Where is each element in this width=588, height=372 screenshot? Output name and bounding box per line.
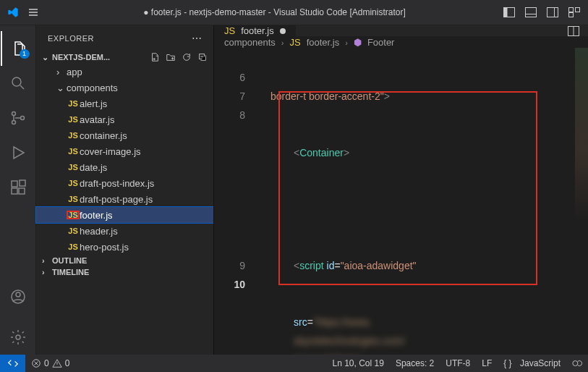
folder-app[interactable]: ›app bbox=[36, 64, 213, 80]
svg-rect-8 bbox=[569, 13, 574, 17]
file-draft-post-index[interactable]: JSdraft-post-index.js bbox=[36, 175, 213, 191]
chevron-right-icon: › bbox=[42, 268, 52, 276]
outline-section-header[interactable]: ›OUTLINE bbox=[36, 255, 213, 266]
layout-left-icon[interactable] bbox=[503, 6, 516, 19]
explorer-activity-icon[interactable]: 1 bbox=[1, 31, 35, 66]
js-file-icon: JS bbox=[67, 99, 80, 108]
svg-point-19 bbox=[16, 292, 20, 297]
layout-bottom-icon[interactable] bbox=[524, 6, 537, 19]
folder-components[interactable]: ⌄components bbox=[36, 80, 213, 96]
modified-dot-icon bbox=[280, 28, 286, 34]
svg-rect-16 bbox=[19, 188, 25, 194]
js-file-icon: JS bbox=[67, 115, 80, 124]
feedback-icon[interactable] bbox=[566, 358, 588, 368]
file-alert[interactable]: JSalert.js bbox=[36, 96, 213, 111]
svg-rect-14 bbox=[12, 181, 17, 187]
svg-rect-17 bbox=[20, 180, 25, 186]
js-file-icon: JS bbox=[67, 227, 80, 235]
titlebar: ● footer.js - nextjs-demo-master - Visua… bbox=[0, 0, 588, 25]
language-status[interactable]: { } JavaScript bbox=[498, 358, 566, 368]
sidebar-header: EXPLORER ⋯ bbox=[36, 25, 213, 51]
svg-rect-5 bbox=[555, 8, 558, 17]
code-editor[interactable]: 6 7 8 9 10 border-t border-accent-2"> <C… bbox=[214, 48, 588, 355]
settings-activity-icon[interactable] bbox=[1, 320, 35, 355]
file-tree: ›app ⌄components JSalert.js JSavatar.js … bbox=[36, 64, 213, 255]
encoding-status[interactable]: UTF-8 bbox=[440, 358, 476, 368]
js-file-icon: JS bbox=[67, 242, 80, 251]
menu-icon[interactable] bbox=[27, 7, 39, 18]
workspace-section-header[interactable]: ⌄ NEXTJS-DEM... bbox=[36, 51, 213, 64]
js-file-icon: JS bbox=[67, 211, 80, 219]
split-editor-icon[interactable] bbox=[559, 25, 588, 36]
svg-rect-15 bbox=[12, 188, 17, 194]
tab-label: footer.js bbox=[241, 25, 274, 36]
js-file-icon: JS bbox=[290, 37, 301, 48]
line-gutter: 6 7 8 9 10 bbox=[214, 48, 256, 355]
chevron-right-icon: › bbox=[56, 67, 67, 77]
search-activity-icon[interactable] bbox=[1, 66, 35, 101]
svg-point-12 bbox=[12, 121, 15, 124]
layout-controls bbox=[503, 6, 581, 19]
file-header[interactable]: JSheader.js bbox=[36, 223, 213, 239]
collapse-all-icon[interactable] bbox=[197, 52, 208, 62]
svg-rect-6 bbox=[569, 8, 574, 12]
new-file-icon[interactable] bbox=[150, 52, 160, 62]
js-file-icon: JS bbox=[67, 131, 80, 140]
svg-rect-3 bbox=[526, 14, 537, 17]
js-file-icon: JS bbox=[224, 25, 235, 36]
file-date[interactable]: JSdate.js bbox=[36, 159, 213, 175]
tab-footer-js[interactable]: JS footer.js bbox=[214, 25, 296, 36]
new-folder-icon[interactable] bbox=[166, 52, 176, 62]
chevron-right-icon: › bbox=[42, 256, 52, 265]
indentation-status[interactable]: Spaces: 2 bbox=[390, 358, 440, 368]
svg-line-10 bbox=[20, 85, 24, 89]
svg-rect-4 bbox=[547, 8, 558, 17]
explorer-badge: 1 bbox=[20, 49, 30, 59]
source-control-activity-icon[interactable] bbox=[1, 101, 35, 135]
workspace-name: NEXTJS-DEM... bbox=[52, 53, 110, 62]
file-container[interactable]: JScontainer.js bbox=[36, 127, 213, 143]
minimap[interactable] bbox=[575, 48, 588, 221]
file-hero-post[interactable]: JShero-post.js bbox=[36, 239, 213, 255]
svg-point-26 bbox=[573, 361, 578, 366]
chevron-right-icon: › bbox=[281, 38, 284, 47]
remote-indicator[interactable] bbox=[0, 355, 25, 372]
breadcrumbs[interactable]: components › JS footer.js › ⬢ Footer bbox=[214, 37, 588, 48]
svg-rect-7 bbox=[576, 8, 580, 12]
code-content[interactable]: border-t border-accent-2"> <Container> <… bbox=[256, 48, 588, 355]
file-draft-post-page[interactable]: JSdraft-post-page.js bbox=[36, 191, 213, 207]
problems-status[interactable]: 0 0 bbox=[25, 358, 75, 368]
svg-point-11 bbox=[12, 112, 15, 116]
js-file-icon: JS bbox=[67, 163, 80, 172]
symbol-icon: ⬢ bbox=[354, 37, 362, 48]
breadcrumb-file[interactable]: footer.js bbox=[307, 37, 340, 48]
editor-tabs: JS footer.js bbox=[214, 25, 588, 37]
vscode-logo-icon bbox=[7, 7, 19, 18]
layout-right-icon[interactable] bbox=[546, 6, 559, 19]
file-avatar[interactable]: JSavatar.js bbox=[36, 111, 213, 127]
more-actions-icon[interactable]: ⋯ bbox=[192, 33, 203, 44]
sidebar: EXPLORER ⋯ ⌄ NEXTJS-DEM... ›app ⌄compone… bbox=[36, 25, 213, 355]
svg-rect-1 bbox=[504, 8, 508, 17]
refresh-icon[interactable] bbox=[182, 52, 192, 62]
breadcrumb-symbol[interactable]: Footer bbox=[367, 37, 395, 48]
file-cover-image[interactable]: JScover-image.js bbox=[36, 143, 213, 159]
svg-point-13 bbox=[20, 117, 24, 120]
status-bar: 0 0 Ln 10, Col 19 Spaces: 2 UTF-8 LF { }… bbox=[0, 355, 588, 372]
eol-status[interactable]: LF bbox=[476, 358, 498, 368]
file-footer[interactable]: JSfooter.js bbox=[36, 207, 213, 223]
js-file-icon: JS bbox=[67, 195, 80, 203]
js-file-icon: JS bbox=[67, 147, 80, 156]
customize-layout-icon[interactable] bbox=[568, 6, 581, 19]
chevron-right-icon: › bbox=[345, 38, 348, 47]
window-title: ● footer.js - nextjs-demo-master - Visua… bbox=[46, 7, 503, 17]
chevron-down-icon: ⌄ bbox=[56, 83, 67, 93]
cursor-position[interactable]: Ln 10, Col 19 bbox=[326, 358, 389, 368]
extensions-activity-icon[interactable] bbox=[1, 170, 35, 205]
timeline-section-header[interactable]: ›TIMELINE bbox=[36, 266, 213, 278]
run-debug-activity-icon[interactable] bbox=[1, 135, 35, 170]
explorer-title: EXPLORER bbox=[48, 34, 94, 43]
breadcrumb-components[interactable]: components bbox=[224, 37, 276, 48]
accounts-activity-icon[interactable] bbox=[1, 279, 35, 314]
editor-area: JS footer.js components › JS footer.js ›… bbox=[213, 25, 588, 355]
